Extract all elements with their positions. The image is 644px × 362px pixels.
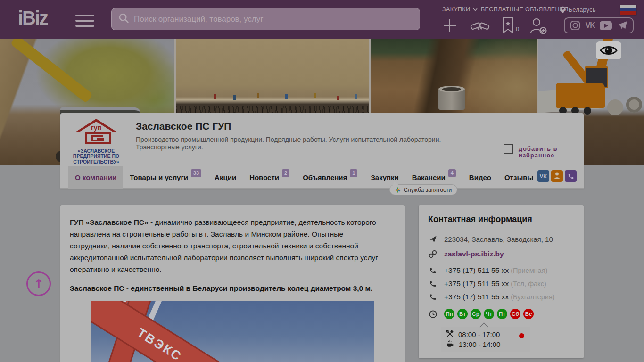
day-badge[interactable]: Вс <box>523 309 534 319</box>
top-header: iBiz ЗАКУПКИ БЕСПЛАТНЫЕ ОБЪЯВЛЕНИЯ Белар… <box>0 0 644 39</box>
accessibility-eye-button[interactable] <box>596 41 621 59</box>
language-flag-ru[interactable] <box>620 5 636 15</box>
phone-icon <box>428 267 438 274</box>
vk-icon[interactable]: VK <box>586 21 595 30</box>
employment-service-icon <box>395 187 401 193</box>
nav-free-ads[interactable]: БЕСПЛАТНЫЕ ОБЪЯВЛЕНИЯ <box>481 6 569 13</box>
tab-reviews[interactable]: Отзывы <box>498 166 540 189</box>
location-pin-icon <box>560 6 566 14</box>
ibiz-logo[interactable]: iBiz <box>18 8 48 29</box>
hamburger-menu-icon[interactable] <box>75 15 94 30</box>
company-name: Заславское ПС ГУП <box>136 121 231 132</box>
tab-badge: 1 <box>350 169 357 177</box>
back-to-top-button[interactable]: ↑ <box>26 272 51 296</box>
day-badge[interactable]: Пт <box>497 309 507 319</box>
work-hours: 08:00 - 17:00 <box>458 330 500 338</box>
youtube-icon[interactable] <box>600 21 612 30</box>
tab-news[interactable]: Новости2 <box>243 166 296 189</box>
nav-region[interactable]: Беларусь <box>560 6 596 14</box>
search-input[interactable] <box>134 15 413 24</box>
company-logo-caption: «ЗАСЛАВСКОЕ ПРЕДПРИЯТИЕ ПО СТРОИТЕЛЬСТВУ… <box>69 148 124 165</box>
phone-icon <box>428 280 438 288</box>
logo-gup-text: гуп <box>91 124 101 132</box>
vk-share-button[interactable]: VK <box>537 170 549 182</box>
chevron-down-icon <box>473 8 478 11</box>
account-icon[interactable] <box>529 17 547 37</box>
favorites-count: 0 <box>516 25 519 33</box>
address-row: 223034, Заславль, Заводская, 10 <box>428 235 553 243</box>
day-badge[interactable]: Ср <box>471 309 481 319</box>
company-address: 223034, Заславль, Заводская, 10 <box>444 235 553 243</box>
tab-products[interactable]: Товары и услуги33 <box>123 166 208 189</box>
website-row: zaslavl-ps.ibiz.by <box>428 250 504 258</box>
phone-icon <box>428 293 438 301</box>
tab-promotions[interactable]: Акции <box>208 166 243 189</box>
company-website-link[interactable]: zaslavl-ps.ibiz.by <box>444 250 504 258</box>
favorite-checkbox[interactable] <box>504 144 513 154</box>
contact-info-panel: Контактная информация 223034, Заславль, … <box>419 205 584 358</box>
viber-button[interactable] <box>565 170 577 182</box>
phone-number[interactable]: +375 (17) 511 55 xx <box>444 266 509 274</box>
phone-row: +375 (17) 511 55 xx(Приемная) <box>428 266 547 275</box>
tab-badge: 4 <box>448 169 456 177</box>
phone-number[interactable]: +375 (17) 511 55 xx <box>444 293 509 301</box>
tab-badge: 2 <box>282 169 289 177</box>
instagram-icon[interactable] <box>570 20 580 31</box>
add-company-icon[interactable] <box>442 18 457 35</box>
header-social-links: VK <box>564 17 634 33</box>
search-icon <box>118 13 129 25</box>
location-arrow-icon <box>428 235 438 243</box>
lunch-coffee-icon <box>446 340 454 349</box>
day-badge[interactable]: Пн <box>444 309 454 319</box>
employment-service-tooltip: Служба занятости <box>389 184 457 195</box>
page: iBiz ЗАКУПКИ БЕСПЛАТНЫЕ ОБЪЯВЛЕНИЯ Белар… <box>0 0 644 362</box>
favorites-bookmark-icon[interactable] <box>502 17 514 36</box>
company-tagline: Производство промышленной продукции. Под… <box>136 136 480 151</box>
phone-row: +375 (17) 511 55 xx(Бухгалтерия) <box>428 293 555 301</box>
search-bar <box>111 8 420 30</box>
phone-number[interactable]: +375 (17) 511 55 xx <box>444 280 509 288</box>
article-photo-excavator: ТВЭКС <box>91 301 374 362</box>
phone-note: (Бухгалтерия) <box>511 293 554 301</box>
ok-share-button[interactable] <box>551 170 563 182</box>
day-badge[interactable]: Чт <box>484 309 494 319</box>
tab-ads[interactable]: Объявления1 <box>296 166 364 189</box>
clock-icon <box>428 310 438 318</box>
link-icon <box>428 250 438 258</box>
tab-about[interactable]: О компании <box>68 166 123 189</box>
company-card: гуп «ЗАСЛАВСКОЕ ПРЕДПРИЯТИЕ ПО СТРОИТЕЛЬ… <box>60 113 584 189</box>
work-tools-icon <box>446 330 454 339</box>
company-tabs: О компании Товары и услуги33 Акции Новос… <box>60 166 584 189</box>
nav-procurement[interactable]: ЗАКУПКИ <box>442 6 478 13</box>
phone-row: +375 (17) 511 55 xx(Тел, факс) <box>428 280 546 288</box>
phone-note: (Приемная) <box>511 267 547 274</box>
tab-video[interactable]: Видео <box>462 166 498 189</box>
phone-note: (Тел, факс) <box>511 280 546 288</box>
about-highlight: Заславское ПС - единственный в Беларуси … <box>70 282 390 294</box>
weekday-badges: Пн Вт Ср Чт Пт Сб Вс <box>444 309 534 319</box>
handshake-icon[interactable] <box>470 19 490 36</box>
day-badge[interactable]: Вт <box>457 309 468 319</box>
lunch-hours: 13:00 - 14:00 <box>459 340 500 348</box>
day-badge[interactable]: Сб <box>510 309 520 319</box>
tab-badge: 33 <box>191 169 201 177</box>
company-social-buttons: VK <box>537 170 577 182</box>
excavator-brand-label: ТВЭКС <box>134 325 184 362</box>
about-article: ГУП «Заславское ПС» - динамично развиваю… <box>60 205 405 362</box>
contact-info-title: Контактная информация <box>428 214 532 224</box>
hours-popup: 08:00 - 17:00 13:00 - 14:00 <box>441 327 530 352</box>
open-status-dot <box>519 333 524 338</box>
favorite-label[interactable]: добавить в избранное <box>519 146 584 159</box>
about-paragraph: ГУП «Заславское ПС» - динамично развиваю… <box>70 216 381 275</box>
company-logo: гуп «ЗАСЛАВСКОЕ ПРЕДПРИЯТИЕ ПО СТРОИТЕЛЬ… <box>69 118 124 165</box>
telegram-icon[interactable] <box>617 21 627 30</box>
working-hours-row: Пн Вт Ср Чт Пт Сб Вс <box>428 309 534 319</box>
